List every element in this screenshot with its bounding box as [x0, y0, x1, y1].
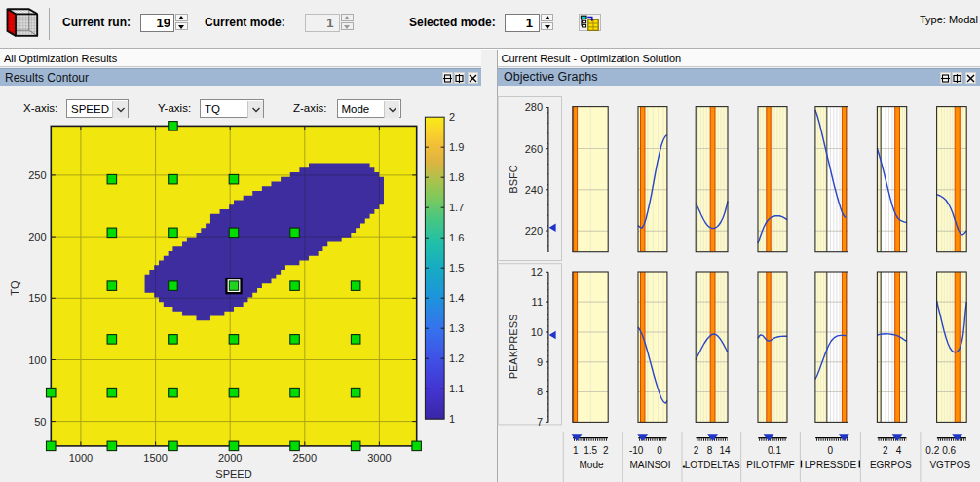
svg-text:100: 100 [28, 354, 46, 366]
svg-text:200: 200 [28, 231, 46, 242]
svg-text:1.7: 1.7 [449, 202, 464, 213]
svg-text:8: 8 [537, 386, 543, 397]
svg-text:2: 2 [603, 445, 609, 456]
svg-text:260: 260 [525, 143, 543, 155]
svg-text:PEAKPRESS: PEAKPRESS [508, 315, 519, 380]
svg-text:150: 150 [28, 292, 46, 304]
svg-text:1.4: 1.4 [449, 292, 464, 304]
svg-text:9: 9 [537, 356, 543, 368]
svg-text:2: 2 [694, 445, 699, 456]
svg-text:1500: 1500 [143, 452, 167, 463]
svg-text:250: 250 [28, 169, 46, 181]
svg-text:LOTDELTAS: LOTDELTAS [685, 460, 740, 470]
svg-text:PILOTFMF: PILOTFMF [746, 460, 794, 470]
svg-text:2: 2 [883, 445, 888, 456]
svg-text:SPEED: SPEED [215, 468, 251, 480]
svg-text:1.2: 1.2 [449, 352, 464, 364]
svg-text:0: 0 [657, 445, 662, 456]
svg-text:EGRPOS: EGRPOS [870, 460, 912, 470]
svg-text:Mode: Mode [579, 460, 603, 470]
svg-text:BSFC: BSFC [508, 165, 519, 193]
svg-text:240: 240 [525, 184, 543, 196]
svg-text:0.6: 0.6 [942, 445, 956, 456]
svg-text:2500: 2500 [293, 452, 317, 463]
svg-text:3000: 3000 [367, 452, 391, 463]
svg-text:0.1: 0.1 [768, 445, 781, 456]
svg-text:10: 10 [531, 326, 543, 338]
svg-text:8: 8 [707, 445, 713, 456]
svg-text:1000: 1000 [69, 452, 93, 463]
svg-text:1.5: 1.5 [449, 262, 464, 274]
svg-text:220: 220 [525, 225, 543, 237]
svg-text:2: 2 [449, 111, 455, 123]
svg-text:280: 280 [525, 101, 543, 113]
svg-text:1.3: 1.3 [449, 322, 464, 334]
svg-text:1: 1 [573, 445, 579, 456]
svg-text:1.9: 1.9 [449, 141, 464, 153]
svg-text:14: 14 [719, 445, 731, 456]
svg-text:MAINSOI: MAINSOI [629, 460, 670, 470]
svg-text:11: 11 [532, 296, 543, 308]
svg-text:VGTPOS: VGTPOS [929, 460, 970, 470]
svg-text:2000: 2000 [218, 452, 242, 463]
svg-text:7: 7 [537, 416, 543, 427]
svg-text:TQ: TQ [9, 280, 20, 296]
svg-text:1.8: 1.8 [449, 171, 464, 183]
svg-text:LPRESSDE: LPRESSDE [805, 460, 857, 470]
svg-text:1.1: 1.1 [449, 383, 464, 394]
svg-text:12: 12 [531, 266, 543, 278]
svg-text:0: 0 [828, 445, 834, 456]
svg-text:0.2: 0.2 [925, 445, 939, 456]
svg-text:-10: -10 [629, 445, 644, 456]
svg-text:4: 4 [896, 445, 902, 456]
svg-text:1.6: 1.6 [449, 232, 464, 243]
svg-text:1: 1 [449, 413, 455, 425]
svg-text:50: 50 [34, 416, 46, 427]
svg-text:1.5: 1.5 [584, 445, 597, 456]
